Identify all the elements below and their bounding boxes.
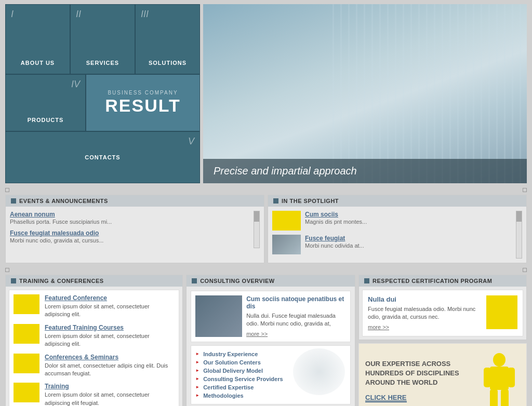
silhouette-svg [478,352,520,406]
spotlight-body: Cum sociis Magnis dis pnt montes... Fusc… [268,207,526,263]
spotlight-link-2[interactable]: Fusce feugiat [305,235,364,242]
hero-tagline: Precise and impartial approach [214,165,357,177]
nav-num-4: IV [71,79,80,90]
svg-rect-4 [490,389,498,406]
cert-more-link[interactable]: more >> [368,324,389,330]
nav-label-contacts: CONTACTS [85,154,120,160]
hero-overlay: Precise and impartial approach [203,159,527,183]
svg-rect-3 [508,368,515,387]
event-item-2: Fusce feugiat malesuada odio Morbi nunc … [10,229,251,244]
event-desc-1: Phasellus porta. Fusce suscipiarius mi..… [10,219,112,225]
nav-solutions[interactable]: III SOLUTIONS [135,4,200,74]
bullet-4: ►Consulting Service Providers [195,375,346,383]
corner-mark-tr [523,188,527,192]
divider-mid [5,266,527,274]
training-link-1[interactable]: Featured Conference [45,294,175,302]
consulting-panel: CONSULTING OVERVIEW Cum sociis natoque p… [186,275,355,406]
training-thumb-1 [14,294,39,314]
nav-result[interactable]: BUSINESS COMPANY RESULT [86,74,200,131]
bullet-3: ►Global Delivery Model [195,367,346,375]
training-desc-4: Lorem ipsum dolor sit amet, consectetuer… [45,391,150,405]
training-dot [11,278,16,283]
svg-point-0 [493,353,506,367]
divider-top [5,186,527,194]
nav-about-us[interactable]: I ABOUT US [5,4,70,74]
spotlight-thumb-2 [272,235,301,254]
consulting-dot [192,278,197,283]
events-scrollbar[interactable] [254,211,260,248]
bullet-link-2[interactable]: Our Solution Centers [203,359,261,366]
cert-card: Nulla dui Fusce feugiat malesuada odio. … [362,290,523,336]
training-desc-3: Dolor sit amet, consectetuer adipis cing… [45,362,168,376]
training-link-2[interactable]: Featured Training Courses [45,324,175,331]
consulting-img [195,295,242,337]
nav-num-2: II [76,9,81,20]
svg-rect-1 [490,367,509,390]
corner-mark-tl [5,188,9,192]
consulting-bullets: ►Industry Experience ►Our Solution Cente… [191,345,351,404]
cert-body: Nulla dui Fusce feugiat malesuada odio. … [359,287,526,340]
cert-article-desc: Fusce feugiat malesuada odio. Morbi nunc… [368,305,481,321]
nav-grid: I ABOUT US II SERVICES III SOLUTIONS IV … [5,4,200,183]
nav-num-3: III [141,9,149,20]
training-item-1: Featured Conference Lorem ipsum dolor si… [14,294,175,319]
nav-label-solutions: SOLUTIONS [149,60,187,66]
cert-article-title: Nulla dui [368,295,481,303]
event-link-1[interactable]: Aenean nonum [10,211,55,218]
bullet-1: ►Industry Experience [195,350,346,358]
hero-banner: Precise and impartial approach [203,4,527,183]
spotlight-thumb-1 [272,211,301,231]
consulting-title-bar: CONSULTING OVERVIEW [200,278,275,284]
nav-label-products: PRODUCTS [28,117,64,123]
spotlight-header: IN THE SPOTLIGHT [268,195,526,207]
training-desc-2: Lorem ipsum dolor sit amet, consectetuer… [45,333,150,347]
training-link-3[interactable]: Conferences & Seminars [45,354,175,361]
events-panel: EVENTS & ANNOUNCEMENTS Aenean nonum Phas… [5,195,264,263]
bullet-link-3[interactable]: Global Delivery Model [203,368,263,374]
bullet-link-1[interactable]: Industry Experience [203,351,258,357]
bullet-link-4[interactable]: Consulting Service Providers [203,376,283,382]
consulting-article-desc: Nulla dui. Fusce feugiat malesuada odio.… [246,312,346,328]
event-link-2[interactable]: Fusce feugiat malesuada odio [10,229,99,237]
hero-buildings [332,4,527,183]
spotlight-desc-1: Magnis dis pnt montes... [305,219,367,225]
training-desc-1: Lorem ipsum dolor sit amet, consectetuer… [45,303,150,317]
bullet-2: ►Our Solution Centers [195,358,346,367]
bullet-link-5[interactable]: Certified Expertise [203,384,254,390]
cert-dot [364,278,369,283]
nav-label-about: ABOUT US [21,60,55,66]
training-item-3: Conferences & Seminars Dolor sit amet, c… [14,354,175,378]
corner-mark-ml [5,268,9,272]
corner-mark-mr [523,268,527,272]
training-item-4: Training Lorem ipsum dolor sit amet, con… [14,383,175,406]
spotlight-item-1: Cum sociis Magnis dis pnt montes... [272,211,514,231]
training-header: TRAINING & CONFERENCES [6,275,182,287]
nav-products[interactable]: IV PRODUCTS [5,74,86,131]
bullet-5: ►Certified Expertise [195,383,346,391]
spotlight-title: IN THE SPOTLIGHT [282,198,339,204]
training-panel: TRAINING & CONFERENCES Featured Conferen… [5,275,183,406]
nav-services[interactable]: II SERVICES [70,4,135,74]
training-link-4[interactable]: Training [45,383,175,390]
events-dot [11,198,16,204]
spotlight-item-2: Fusce feugiat Morbi nunc odivida at... [272,235,514,254]
training-thumb-4 [14,383,39,402]
spotlight-desc-2: Morbi nunc odivida at... [305,242,364,249]
cert-header: RESPECTED CERTIFICATION PROGRAM [359,275,526,287]
events-body: Aenean nonum Phasellus porta. Fusce susc… [6,207,264,252]
consulting-header: CONSULTING OVERVIEW [187,275,355,287]
consulting-body: Cum sociis natoque penatibus et dis Null… [187,287,355,406]
bullet-link-6[interactable]: Methodologies [203,393,244,399]
nav-num-1: I [11,9,14,20]
spotlight-link-1[interactable]: Cum sociis [305,211,367,218]
cert-title-bar: RESPECTED CERTIFICATION PROGRAM [373,278,492,284]
spotlight-scrollbar[interactable] [516,211,522,259]
svg-rect-2 [484,368,491,387]
events-header: EVENTS & ANNOUNCEMENTS [6,195,264,207]
training-body: Featured Conference Lorem ipsum dolor si… [9,290,179,406]
click-here-link[interactable]: CLICK HERE [365,394,406,402]
consulting-more-link[interactable]: more >> [246,331,268,337]
spotlight-panel: IN THE SPOTLIGHT Cum sociis Magnis dis p… [268,195,527,263]
nav-contacts[interactable]: V CONTACTS [5,131,200,183]
company-text: BUSINESS COMPANY [108,90,178,96]
